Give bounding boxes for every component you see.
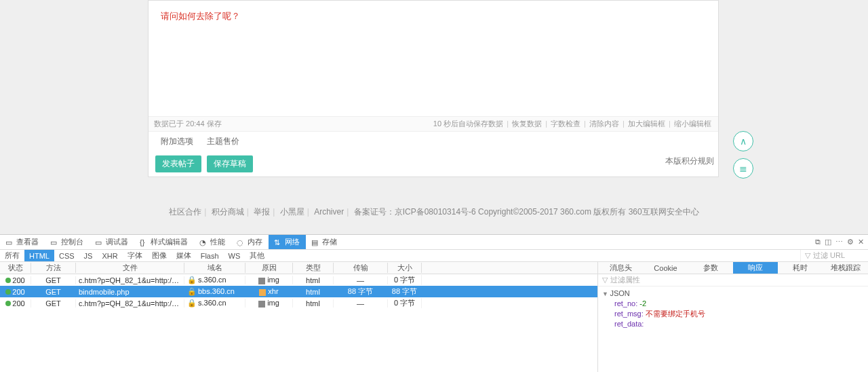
- tab-price[interactable]: 主题售价: [207, 136, 239, 147]
- footer-link[interactable]: 社区合作: [169, 207, 201, 217]
- clear-link[interactable]: 清除内容: [589, 119, 619, 128]
- tab-attach[interactable]: 附加选项: [161, 136, 193, 147]
- scroll-top-icon[interactable]: ∧: [733, 131, 753, 151]
- footer-link[interactable]: 小黑屋: [280, 207, 304, 217]
- rules-link[interactable]: 本版积分规则: [665, 155, 718, 167]
- footer-link[interactable]: Archiver: [314, 207, 344, 217]
- wordcheck-link[interactable]: 字数检查: [551, 119, 580, 128]
- restore-link[interactable]: 恢复数据: [512, 119, 542, 128]
- footer-link[interactable]: 积分商城: [212, 207, 244, 217]
- submit-button[interactable]: 发表帖子: [155, 155, 201, 172]
- expand-link[interactable]: 加大编辑框: [628, 119, 665, 128]
- autosave-status: 数据已于 20:44 保存: [154, 119, 432, 129]
- draft-button[interactable]: 保存草稿: [207, 155, 253, 172]
- footer-link[interactable]: 举报: [254, 207, 270, 217]
- autosave-countdown: 10 秒后自动保存数据: [433, 119, 503, 128]
- list-icon[interactable]: ≣: [733, 158, 753, 179]
- editor-body[interactable]: 请问如何去除了呢？: [149, 1, 718, 116]
- editor-text: 请问如何去除了呢？: [161, 10, 706, 22]
- footer: 社区合作| 积分商城| 举报| 小黑屋| Archiver| 备案证号：京ICP…: [0, 206, 868, 218]
- shrink-link[interactable]: 缩小编辑框: [674, 119, 711, 128]
- post-editor-panel: 请问如何去除了呢？ 数据已于 20:44 保存 10 秒后自动保存数据 | 恢复…: [148, 0, 719, 177]
- footer-icp: 备案证号：京ICP备08010314号-6 Copyright©2005-201…: [354, 207, 699, 217]
